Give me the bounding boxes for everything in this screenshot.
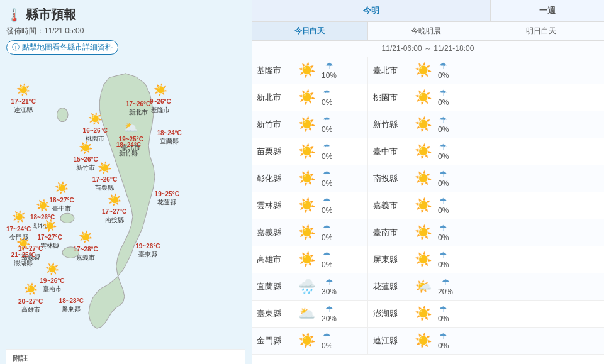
rain-pct-left: 10% xyxy=(322,71,337,80)
table-row: 新北市 ☀️ ☂ 0% 桃園市 ☀️ ☂ 0% xyxy=(252,84,604,111)
date-range: 11/21-06:00 ～ 11/21-18:00 xyxy=(252,41,604,57)
city-name-right: 花蓮縣 xyxy=(373,281,411,292)
table-row: 高雄市 ☀️ ☂ 0% 屏東縣 ☀️ ☂ 0% xyxy=(252,246,604,273)
city-lienchiang: ☀️ 17~21°C 連江縣 xyxy=(11,83,36,114)
rain-icon-right: ☂ xyxy=(439,61,447,71)
rain-info-right: ☂ 0% xyxy=(438,88,449,107)
rain-info-left: ☂ 0% xyxy=(322,115,332,134)
city-name-right: 新竹縣 xyxy=(373,119,411,130)
weather-icon-right: ☀️ xyxy=(415,143,432,160)
city-name-left: 新北市 xyxy=(257,92,294,103)
rain-pct-right: 20% xyxy=(438,287,453,296)
rain-icon-left: ☂ xyxy=(323,331,331,341)
city-cell-right: 嘉義市 ☀️ ☂ 0% xyxy=(368,192,484,219)
weather-icon-left: ☀️ xyxy=(298,116,315,133)
city-name-left: 金門縣 xyxy=(257,335,294,346)
table-row: 雲林縣 ☀️ ☂ 0% 嘉義市 ☀️ ☂ 0% xyxy=(252,192,604,219)
weather-icon-left: ☀️ xyxy=(298,143,315,160)
weather-icon-left: ☀️ xyxy=(298,333,315,349)
sub-header-row: 今日白天 今晚明晨 明日白天 xyxy=(252,22,604,41)
rain-pct-right: 0% xyxy=(438,125,449,134)
weather-icon-right: 🌤️ xyxy=(415,279,432,295)
map-info-button[interactable]: ⓘ 點擊地圖看各縣市詳細資料 xyxy=(6,40,118,55)
weather-icon-left: ☀️ xyxy=(298,62,315,79)
rain-info-right: ☂ 0% xyxy=(438,331,449,350)
city-cell-left: 高雄市 ☀️ ☂ 0% xyxy=(252,246,368,273)
city-nantou: ☀️ 17~27°C 南投縣 xyxy=(102,193,126,224)
weather-icon-left: ☀️ xyxy=(298,224,315,241)
weather-icon-left: ☀️ xyxy=(298,197,315,214)
rain-pct-left: 30% xyxy=(322,287,337,296)
rain-icon-left: ☂ xyxy=(323,88,331,98)
rain-pct-right: 0% xyxy=(438,71,449,80)
header-row: 今明 一週 xyxy=(252,0,604,22)
city-name-left: 苗栗縣 xyxy=(257,146,294,157)
rain-icon-left: ☂ xyxy=(323,196,331,206)
city-cell-right: 連江縣 ☀️ ☂ 0% xyxy=(368,328,484,354)
city-cell-right: 澎湖縣 ☀️ ☂ 0% xyxy=(368,301,484,327)
rain-pct-right: 0% xyxy=(438,260,449,269)
table-row: 臺東縣 🌥️ ☂ 20% 澎湖縣 ☀️ ☂ 0% xyxy=(252,301,604,328)
rain-pct-right: 0% xyxy=(438,233,449,242)
city-name-right: 臺南市 xyxy=(373,227,411,238)
page-title: 🌡️ 縣市預報 xyxy=(6,6,245,23)
table-row: 彰化縣 ☀️ ☂ 0% 南投縣 ☀️ ☂ 0% xyxy=(252,165,604,192)
rain-pct-right: 0% xyxy=(438,98,449,107)
weather-icon-right: ☀️ xyxy=(415,170,432,187)
city-weather-rows: 基隆市 ☀️ ☂ 10% 臺北市 ☀️ ☂ 0% 新北市 ☀️ ☂ 0% 桃園市 xyxy=(252,57,604,355)
weather-icon-right: ☀️ xyxy=(415,116,432,133)
city-name-right: 桃園市 xyxy=(373,92,411,103)
rain-icon-right: ☂ xyxy=(439,196,447,206)
weather-icon-right: ☀️ xyxy=(415,224,432,241)
rain-icon-left: ☂ xyxy=(323,115,331,125)
weather-icon-left: 🌥️ xyxy=(298,306,315,322)
city-cell-left: 臺東縣 🌥️ ☂ 20% xyxy=(252,301,368,327)
footer-note: 附註 xyxy=(6,349,245,364)
city-name-left: 嘉義縣 xyxy=(257,227,294,238)
rain-info-right: ☂ 0% xyxy=(438,115,449,134)
rain-info-left: ☂ 0% xyxy=(322,169,332,188)
city-kaohsiung: ☀️ 20~27°C 高雄市 xyxy=(18,282,43,313)
city-cell-left: 基隆市 ☀️ ☂ 10% xyxy=(252,57,368,84)
table-row: 基隆市 ☀️ ☂ 10% 臺北市 ☀️ ☂ 0% xyxy=(252,57,604,84)
weather-icon-right: ☀️ xyxy=(415,197,432,214)
rain-pct-left: 0% xyxy=(322,233,332,242)
rain-info-left: ☂ 0% xyxy=(322,250,332,269)
rain-icon-right: ☂ xyxy=(439,115,447,125)
rain-icon-left: ☂ xyxy=(323,223,331,233)
city-name-left: 宜蘭縣 xyxy=(257,281,294,292)
info-icon: ⓘ xyxy=(12,42,20,53)
city-cell-left: 嘉義縣 ☀️ ☂ 0% xyxy=(252,219,368,246)
weather-icon-right: ☀️ xyxy=(415,62,432,79)
city-cell-left: 苗栗縣 ☀️ ☂ 0% xyxy=(252,138,368,165)
city-name-left: 新竹市 xyxy=(257,119,294,130)
city-taidong: 19~26°C 臺東縣 xyxy=(135,242,160,258)
city-xinbei: 17~26°C 新北市 xyxy=(126,100,150,116)
rain-info-right: ☂ 0% xyxy=(438,61,449,80)
city-cell-right: 屏東縣 ☀️ ☂ 0% xyxy=(368,246,484,273)
weather-icon-left: 🌧️ xyxy=(298,279,315,295)
rain-info-left: ☂ 10% xyxy=(322,61,337,80)
rain-icon-right: ☂ xyxy=(439,169,447,179)
table-row: 金門縣 ☀️ ☂ 0% 連江縣 ☀️ ☂ 0% xyxy=(252,328,604,355)
rain-icon-right: ☂ xyxy=(439,88,447,98)
sub-header-tomorrow: 明日白天 xyxy=(484,22,598,40)
city-cell-right: 南投縣 ☀️ ☂ 0% xyxy=(368,165,484,192)
rain-pct-left: 20% xyxy=(322,314,337,323)
city-taoyuan: ☀️ 16~26°C 桃園市 xyxy=(83,112,108,143)
taiwan-map[interactable]: ☀️ 17~21°C 連江縣 17~26°C 新北市 ☀️ 9~26°C 基隆市… xyxy=(6,60,245,349)
weather-icon-right: ☀️ xyxy=(415,333,432,349)
city-cell-right: 臺南市 ☀️ ☂ 0% xyxy=(368,219,484,246)
city-cell-left: 彰化縣 ☀️ ☂ 0% xyxy=(252,165,368,192)
rain-icon-right: ☂ xyxy=(439,223,447,233)
city-name-left: 雲林縣 xyxy=(257,200,294,211)
city-cell-left: 金門縣 ☀️ ☂ 0% xyxy=(252,328,368,354)
city-cell-right: 桃園市 ☀️ ☂ 0% xyxy=(368,84,484,111)
rain-info-right: ☂ 0% xyxy=(438,196,449,215)
rain-info-left: ☂ 0% xyxy=(322,331,332,350)
table-row: 嘉義縣 ☀️ ☂ 0% 臺南市 ☀️ ☂ 0% xyxy=(252,219,604,246)
table-row: 苗栗縣 ☀️ ☂ 0% 臺中市 ☀️ ☂ 0% xyxy=(252,138,604,165)
table-panel: 今明 一週 今日白天 今晚明晨 明日白天 11/21-06:00 ～ 11/21… xyxy=(252,0,604,364)
rain-pct-left: 0% xyxy=(322,125,332,134)
city-name-left: 彰化縣 xyxy=(257,173,294,184)
